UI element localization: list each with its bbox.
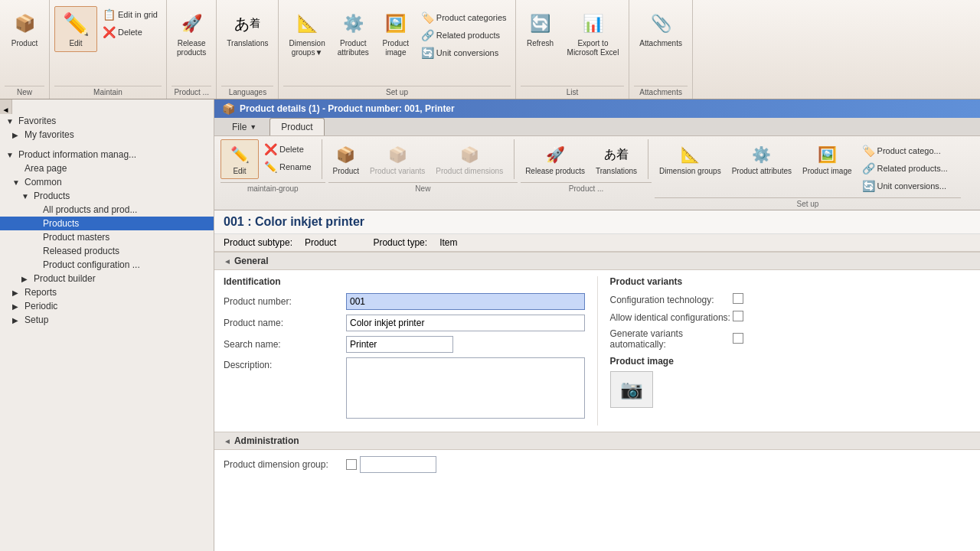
sidebar-item-favorites[interactable]: ▼ Favorites [0,114,214,128]
allow-identical-input-wrapper [733,311,972,324]
edit-inner-button[interactable]: ✏️ Edit [220,139,259,179]
product-dimensions-icon: 📦 [457,142,482,167]
dimension-groups-button[interactable]: 📐 Dimensiongroups▼ [283,6,330,61]
top-ribbon: 📦 Product New ✏️ Edit 📋 Edit in grid ❌ D… [0,0,980,99]
sidebar-item-setup[interactable]: ▶ Setup [0,313,214,327]
translations-inner-button[interactable]: あ着 Translations [591,139,642,179]
all-products-label: All products and prod... [43,204,137,215]
release-products-icon: 🚀 [178,10,205,37]
product-dimension-group-input[interactable] [360,456,436,473]
product-new-button[interactable]: 📦 Product [5,6,44,52]
ribbon-maintain-small: 📋 Edit in grid ❌ Delete [99,6,162,41]
sidebar-item-all-products[interactable]: All products and prod... [0,203,214,217]
edit-in-grid-button[interactable]: 📋 Edit in grid [99,6,162,23]
related-products-inner-label: Related products... [877,164,948,173]
sidebar-item-my-favorites[interactable]: ▶ My favorites [0,128,214,142]
config-tech-label: Configuration technology: [610,295,733,305]
sidebar-item-product-info[interactable]: ▼ Product information manag... [0,148,214,161]
product-image-placeholder[interactable]: 📷 [610,371,653,408]
generate-variants-label: Generate variants automatically: [610,328,733,350]
admin-section: Product dimension group: [214,450,980,484]
sidebar-item-product-masters[interactable]: Product masters [0,230,214,244]
sidebar-item-product-configuration[interactable]: Product configuration ... [0,258,214,272]
sidebar-item-periodic[interactable]: ▶ Periodic [0,299,214,313]
product-masters-label: Product masters [43,232,109,243]
related-products-inner-icon: 🔗 [862,162,874,174]
sidebar-item-products-selected[interactable]: Products [0,217,214,230]
description-field: Description: [224,357,585,421]
inner-group-maintain-wrapper: ✏️ Edit ❌ Delete ✏️ Rename mai [220,139,325,210]
ribbon-new-label: New [5,86,44,99]
edit-button[interactable]: ✏️ Edit [54,6,97,52]
products-node-label: Products [34,191,70,201]
section-general-header: General [214,252,980,270]
edit-icon: ✏️ [62,10,90,37]
product-number-input[interactable] [346,293,585,310]
ribbon-items-setup: 📐 Dimensiongroups▼ ⚙️ Productattributes … [283,3,510,86]
product-dimensions-label: Product dimensions [436,167,503,176]
type-label: Product type: [373,237,427,248]
tab-product[interactable]: Product [270,118,324,135]
allow-identical-checkbox[interactable] [733,311,743,321]
periodic-arrow: ▶ [12,302,21,311]
search-name-input[interactable] [346,336,453,353]
sidebar-collapse-button[interactable]: ◄ [0,99,12,114]
unit-conversions-button[interactable]: 🔄 Unit conversions [417,44,511,61]
window-icon: 📦 [222,103,235,115]
product-image-button[interactable]: 🖼️ Productimage [376,6,416,61]
inner-setup-label: Set up [655,197,961,210]
periodic-label: Periodic [24,301,57,311]
delete-inner-button[interactable]: ❌ Delete [260,141,315,158]
product-categories-inner-button[interactable]: 🏷️ Product catego... [858,142,952,159]
sidebar-item-released-products[interactable]: Released products [0,244,214,258]
product-variants-button: 📦 Product variants [365,139,430,179]
ribbon-items-attachments: 📎 Attachments [634,3,688,86]
related-products-inner-button[interactable]: 🔗 Related products... [858,160,952,177]
unit-conversions-inner-icon: 🔄 [862,180,874,192]
product-name-label: Product name: [224,318,346,328]
rename-inner-button[interactable]: ✏️ Rename [260,158,315,175]
my-favorites-arrow: ▶ [12,131,21,139]
sidebar-item-products-node[interactable]: ▼ Products [0,189,214,203]
export-excel-label: Export toMicrosoft Excel [567,39,619,57]
delete-inner-icon: ❌ [264,143,276,155]
product-dimension-group-input-wrapper [346,456,971,473]
dimension-groups-inner-button[interactable]: 📐 Dimension groups [655,139,726,179]
inner-group-new-wrapper: 📦 Product 📦 Product variants 📦 Product d… [328,139,518,210]
config-tech-checkbox[interactable] [733,293,743,304]
dimension-groups-inner-icon: 📐 [678,142,702,167]
export-excel-button[interactable]: 📊 Export toMicrosoft Excel [562,6,625,61]
tab-file[interactable]: File ▼ [220,118,268,135]
delete-button[interactable]: ❌ Delete [99,24,162,41]
sidebar-item-area-page[interactable]: Area page [0,161,214,175]
file-tab-arrow: ▼ [250,123,256,131]
sidebar-item-reports[interactable]: ▶ Reports [0,285,214,299]
dimension-groups-icon: 📐 [293,10,321,37]
unit-conversions-inner-button[interactable]: 🔄 Unit conversions... [858,178,952,194]
generate-variants-checkbox[interactable] [733,333,743,344]
description-input[interactable] [346,357,585,419]
release-products-button[interactable]: 🚀 Releaseproducts [172,6,211,61]
release-inner-button[interactable]: 🚀 Release products [521,139,590,179]
product-dimension-group-checkbox[interactable] [346,459,357,470]
product-image-inner-icon: 🖼️ [815,142,839,167]
inner-setup-small: 🏷️ Product catego... 🔗 Related products.… [858,139,952,194]
product-name-field: Product name: [224,315,585,331]
sidebar-item-product-builder[interactable]: ▶ Product builder [0,272,214,285]
refresh-icon: 🔄 [527,10,554,37]
related-products-button[interactable]: 🔗 Related products [417,27,511,44]
product-name-input[interactable] [346,315,585,331]
product-attributes-inner-button[interactable]: ⚙️ Product attributes [727,139,796,179]
release-inner-icon: 🚀 [543,142,567,167]
ribbon-items-list: 🔄 Refresh 📊 Export toMicrosoft Excel [521,3,625,86]
product-categories-button[interactable]: 🏷️ Product categories [417,9,511,26]
sidebar-item-common[interactable]: ▼ Common [0,175,214,189]
inner-ribbon: ✏️ Edit ❌ Delete ✏️ Rename mai [214,136,980,210]
product-variants-title: Product variants [610,276,972,287]
product-attributes-button[interactable]: ⚙️ Productattributes [332,6,374,61]
translations-button[interactable]: あ着 Translations [221,6,273,52]
product-image-inner-button[interactable]: 🖼️ Product image [798,139,856,179]
product-inner-button[interactable]: 📦 Product [328,139,364,179]
attachments-button[interactable]: 📎 Attachments [634,6,688,52]
refresh-button[interactable]: 🔄 Refresh [521,6,560,52]
